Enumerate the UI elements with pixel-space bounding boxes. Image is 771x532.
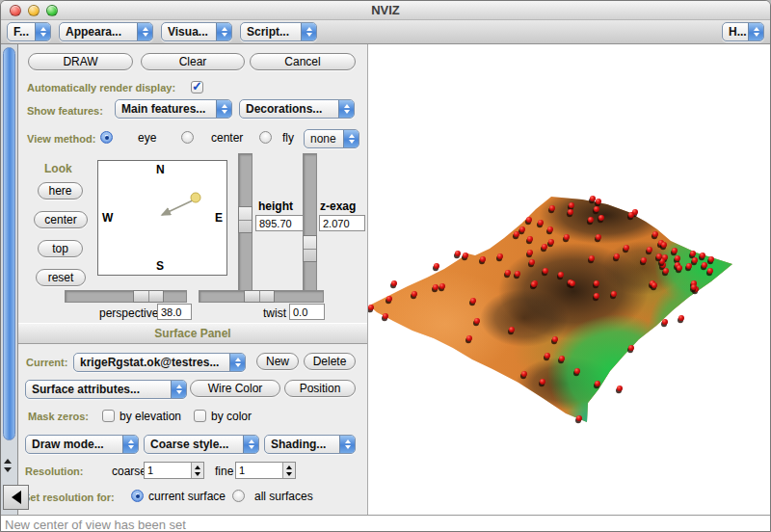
clear-button[interactable]: Clear: [141, 53, 245, 70]
look-center-button[interactable]: center: [34, 211, 88, 228]
perspective-label: perspective: [99, 306, 158, 320]
sample-point: [614, 253, 620, 259]
sample-point: [552, 336, 558, 342]
view-method-eye-radio[interactable]: [100, 131, 113, 144]
look-label: Look: [44, 162, 72, 175]
sample-point: [590, 196, 596, 201]
sample-point: [690, 251, 696, 256]
set-resolution-label: Set resolution for:: [23, 492, 115, 503]
title-bar[interactable]: NVIZ: [1, 1, 770, 20]
perspective-slider[interactable]: [65, 290, 187, 303]
scrollbar-thumb[interactable]: [3, 47, 15, 440]
surface-attributes-popup[interactable]: Surface attributes...: [25, 380, 187, 399]
sample-point: [383, 313, 388, 319]
view-method-fly-radio[interactable]: [259, 131, 272, 144]
cancel-button[interactable]: Cancel: [250, 53, 356, 70]
minimize-icon[interactable]: [28, 5, 40, 16]
auto-render-checkbox[interactable]: ✓: [191, 81, 203, 93]
look-top-button[interactable]: top: [38, 240, 83, 257]
decorations-popup[interactable]: Decorations...: [239, 99, 355, 119]
stepper-icon: [216, 23, 231, 40]
fly-mode-popup[interactable]: none: [304, 129, 359, 148]
height-slider-handle[interactable]: [238, 206, 253, 233]
compass-east-label: E: [215, 211, 223, 225]
sample-point: [594, 280, 599, 286]
fine-resolution-spinner[interactable]: 1: [235, 462, 296, 479]
terrain-surface[interactable]: [368, 44, 771, 515]
zexag-slider[interactable]: [303, 153, 317, 294]
scroll-down-icon[interactable]: [4, 467, 12, 472]
sample-point: [576, 415, 582, 421]
scroll-up-icon[interactable]: [4, 459, 12, 464]
sample-point: [652, 231, 658, 237]
current-surface-label: Current:: [26, 357, 67, 368]
menu-file[interactable]: F...: [7, 22, 51, 41]
stepper-icon: [343, 130, 359, 147]
left-arrow-icon: [12, 491, 21, 504]
menu-help[interactable]: H...: [722, 22, 764, 41]
mask-by-color-checkbox[interactable]: [194, 410, 206, 422]
sample-point: [480, 256, 486, 262]
auto-render-label: Automatically render display:: [27, 82, 175, 93]
height-input[interactable]: [255, 215, 304, 231]
height-slider[interactable]: [238, 153, 253, 294]
look-here-button[interactable]: here: [38, 182, 83, 200]
zexag-slider-handle[interactable]: [303, 235, 317, 262]
sample-point: [540, 379, 545, 385]
draw-mode-popup[interactable]: Draw mode...: [25, 435, 139, 454]
twist-input[interactable]: [289, 304, 325, 320]
sample-point: [574, 368, 580, 374]
spinner-arrows-icon[interactable]: [191, 463, 203, 478]
menu-visualize[interactable]: Visua...: [161, 22, 232, 41]
sample-point: [708, 256, 714, 262]
close-icon[interactable]: [10, 5, 21, 16]
eye-position-indicator[interactable]: [98, 161, 226, 275]
mask-by-elevation-checkbox[interactable]: [102, 410, 115, 422]
draw-button[interactable]: DRAW: [28, 53, 133, 70]
coarse-style-popup[interactable]: Coarse style...: [144, 435, 259, 454]
sample-point: [617, 386, 623, 391]
zexag-input[interactable]: [319, 215, 365, 231]
new-surface-button[interactable]: New: [256, 353, 299, 370]
look-reset-button[interactable]: reset: [36, 269, 86, 286]
shading-popup[interactable]: Shading...: [264, 435, 356, 454]
all-surfaces-radio[interactable]: [232, 490, 245, 502]
twist-slider-handle[interactable]: [244, 290, 275, 303]
sample-point: [391, 280, 397, 286]
sample-point: [519, 226, 525, 232]
sample-point: [497, 253, 503, 259]
delete-surface-button[interactable]: Delete: [304, 353, 356, 370]
render-view[interactable]: [367, 44, 770, 515]
perspective-slider-handle[interactable]: [133, 290, 164, 303]
perspective-input[interactable]: [157, 304, 192, 320]
coarse-label: coarse: [112, 465, 146, 478]
collapse-panel-button[interactable]: [3, 485, 29, 510]
current-surface-radio[interactable]: [131, 490, 144, 502]
fine-label: fine: [215, 465, 233, 478]
sample-point: [463, 253, 468, 258]
panel-scrollbar[interactable]: [1, 44, 18, 515]
sample-point: [596, 199, 601, 204]
view-method-center-radio[interactable]: [181, 131, 194, 144]
sample-point: [529, 259, 535, 265]
menu-scripting[interactable]: Script...: [240, 22, 317, 41]
current-surface-popup[interactable]: krigeRgstat.ok@testres...: [73, 353, 246, 372]
view-method-eye-label: eye: [138, 131, 156, 145]
wire-color-button[interactable]: Wire Color: [190, 380, 280, 397]
eye-position-dot[interactable]: [191, 193, 200, 202]
coarse-resolution-spinner[interactable]: 1: [144, 462, 204, 479]
stepper-icon: [338, 100, 354, 118]
control-panel: DRAW Clear Cancel Automatically render d…: [18, 44, 367, 515]
spinner-arrows-icon[interactable]: [282, 463, 295, 478]
main-features-popup[interactable]: Main features...: [115, 99, 232, 119]
sample-point: [564, 234, 570, 240]
sample-point: [702, 262, 707, 268]
view-method-fly-label: fly: [282, 131, 294, 145]
twist-slider[interactable]: [199, 290, 324, 303]
position-button[interactable]: Position: [284, 380, 356, 397]
sample-point: [595, 381, 600, 386]
view-position-compass[interactable]: N S W E: [97, 160, 227, 276]
menu-appearance[interactable]: Appeara...: [59, 22, 153, 41]
menu-bar: F... Appeara... Visua... Script... H...: [1, 20, 770, 44]
zoom-icon[interactable]: [46, 5, 58, 16]
